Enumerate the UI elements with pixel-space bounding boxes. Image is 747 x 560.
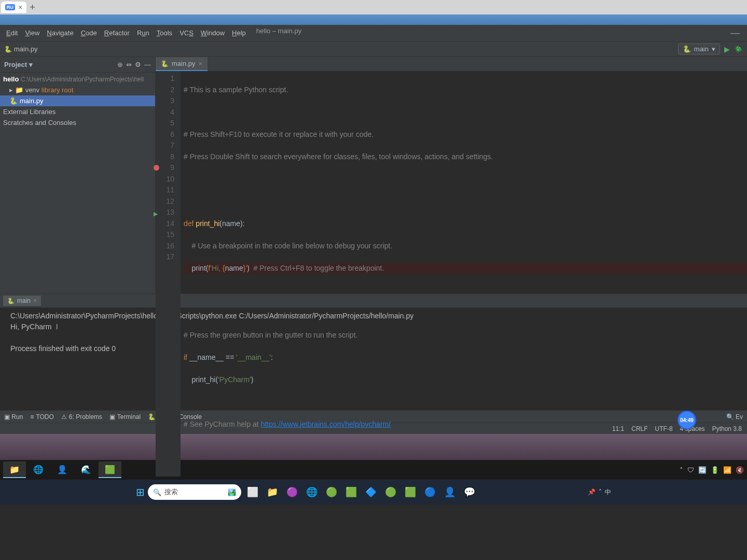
taskbar-explorer[interactable]: 📁 xyxy=(264,484,281,500)
debug-button[interactable]: 🪲 xyxy=(734,45,743,53)
run-gutter-icon[interactable]: ▶ xyxy=(154,208,158,220)
browser-tab[interactable]: RU × xyxy=(1,2,26,13)
taskbar-taskview[interactable]: ⬜ xyxy=(244,484,261,500)
taskbar-app-4[interactable]: 🟢 xyxy=(382,484,399,500)
run-button[interactable]: ▶ xyxy=(724,45,730,53)
status-caret-pos[interactable]: 11:1 xyxy=(612,425,624,432)
tree-venv[interactable]: ▸ 📁 venv library root xyxy=(0,85,155,95)
editor-pane: 🐍 main.py × 1234 5678 9 101112 13▶ 14151… xyxy=(156,57,747,293)
taskbar-pycharm[interactable]: 🟩 xyxy=(343,484,359,500)
python-file-icon: 🐍 xyxy=(4,46,12,53)
new-tab-button[interactable]: + xyxy=(30,2,35,13)
tray-chevron-icon[interactable]: ˄ xyxy=(680,466,683,474)
tray-up-icon[interactable]: ˄ xyxy=(599,488,602,496)
tab-problems[interactable]: ⚠ 6: Problems xyxy=(61,413,102,421)
python-file-icon: 🐍 xyxy=(9,97,18,105)
project-sidebar: Project ▾ ⊕ ⇔ ⚙ — hello C:\Users\Adminis… xyxy=(0,57,156,293)
breakpoint-icon[interactable] xyxy=(154,165,159,171)
taskbar-app-5[interactable]: 🟩 xyxy=(402,484,419,500)
tray-wifi-icon[interactable]: 📶 xyxy=(723,466,731,474)
tray-battery-icon[interactable]: 🔋 xyxy=(711,466,719,474)
event-log-button[interactable]: 🔍 Ev xyxy=(726,413,743,421)
tab-run[interactable]: ▣ Run xyxy=(4,413,23,421)
taskbar-app-6[interactable]: 🔵 xyxy=(422,484,438,500)
taskbar-chrome[interactable]: 🌐 xyxy=(303,484,320,500)
editor-tab-main[interactable]: 🐍 main.py × xyxy=(156,57,208,71)
recording-timer-badge: 04:49 xyxy=(677,411,696,429)
menu-edit[interactable]: Edit xyxy=(3,27,21,39)
search-placeholder: 搜索 xyxy=(164,487,178,497)
main-area: Project ▾ ⊕ ⇔ ⚙ — hello C:\Users\Adminis… xyxy=(0,57,747,293)
menu-code[interactable]: Code xyxy=(78,27,100,39)
search-box[interactable]: 🔍 搜索 🏞️ xyxy=(148,484,241,500)
tree-external-libs[interactable]: External Libraries xyxy=(0,106,155,117)
breadcrumb-file: main.py xyxy=(14,45,38,53)
start-button[interactable]: ⊞ xyxy=(136,486,145,498)
collapse-icon[interactable]: ⇔ xyxy=(126,61,132,68)
tab-favicon: RU xyxy=(5,4,15,10)
tray-pin-icon[interactable]: 📌 xyxy=(588,488,596,496)
tree-main-py[interactable]: 🐍 main.py xyxy=(0,95,155,106)
menu-view[interactable]: View xyxy=(22,27,43,39)
tab-terminal[interactable]: ▣ Terminal xyxy=(109,413,141,421)
tray-sync-icon[interactable]: 🔄 xyxy=(698,466,707,474)
taskbar-app-2[interactable]: 🟢 xyxy=(323,484,340,500)
editor-tab-bar: 🐍 main.py × xyxy=(156,57,747,71)
chevron-down-icon: ▾ xyxy=(712,45,715,53)
taskbar-app-chrome[interactable]: 🌐 xyxy=(27,461,50,478)
settings-icon[interactable]: ⚙ xyxy=(135,61,141,68)
search-icon: 🔍 xyxy=(153,488,161,496)
code-editor[interactable]: 1234 5678 9 101112 13▶ 14151617 # This i… xyxy=(156,71,747,477)
code-area[interactable]: # This is a sample Python script. # Pres… xyxy=(181,71,747,477)
status-encoding[interactable]: UTF-8 xyxy=(655,425,673,432)
minimize-button[interactable]: — xyxy=(726,27,744,38)
venv-label: venv xyxy=(25,86,39,94)
taskbar-app-pycharm[interactable]: 🟩 xyxy=(99,461,121,478)
text-cursor-icon: I xyxy=(56,323,58,331)
status-line-ending[interactable]: CRLF xyxy=(631,425,647,432)
taskbar-app-3[interactable]: 🔷 xyxy=(363,484,379,500)
search-decoration-icon: 🏞️ xyxy=(228,488,236,496)
ide-menubar: Edit View Navigate Code Refactor Run Too… xyxy=(0,25,747,41)
status-interpreter[interactable]: Python 3.8 xyxy=(712,425,742,432)
close-icon[interactable]: × xyxy=(199,60,203,67)
tab-label: main.py xyxy=(172,60,196,67)
close-icon[interactable]: × xyxy=(33,297,37,304)
scratches-label: Scratches and Consoles xyxy=(3,119,76,127)
run-tab-main[interactable]: 🐍 main × xyxy=(3,296,41,306)
taskbar-app-avatar[interactable]: 👤 xyxy=(51,461,74,478)
tray-shield-icon[interactable]: 🛡 xyxy=(687,466,694,474)
menu-navigate[interactable]: Navigate xyxy=(44,27,76,39)
tray-lang[interactable]: 中 xyxy=(605,488,611,497)
tab-todo[interactable]: ≡ TODO xyxy=(30,413,53,421)
ide-toolbar: 🐍 main.py 🐍 main ▾ ▶ 🪲 xyxy=(0,41,747,57)
sidebar-header: Project ▾ ⊕ ⇔ ⚙ — xyxy=(0,57,155,73)
menu-run[interactable]: Run xyxy=(134,27,153,39)
taskbar-app-explorer[interactable]: 📁 xyxy=(3,461,26,478)
gutter[interactable]: 1234 5678 9 101112 13▶ 14151617 xyxy=(156,71,181,477)
close-icon[interactable]: × xyxy=(18,3,22,11)
tree-project-root[interactable]: hello C:\Users\Administrator\PycharmProj… xyxy=(0,74,155,85)
chevron-down-icon[interactable]: ▾ xyxy=(29,61,33,68)
taskbar-app-7[interactable]: 👤 xyxy=(441,484,458,500)
taskbar-app-1[interactable]: 🟣 xyxy=(284,484,300,500)
taskbar-app-edge[interactable]: 🌊 xyxy=(75,461,98,478)
locate-icon[interactable]: ⊕ xyxy=(117,61,123,68)
tray-volume-icon[interactable]: 🔇 xyxy=(736,466,744,474)
window-title: hello – main.py xyxy=(256,27,301,39)
run-config-selector[interactable]: 🐍 main ▾ xyxy=(678,44,720,54)
menu-vcs[interactable]: VCS xyxy=(176,27,197,39)
hide-icon[interactable]: — xyxy=(144,61,151,68)
tree-scratches[interactable]: Scratches and Consoles xyxy=(0,117,155,128)
taskbar-wechat[interactable]: 💬 xyxy=(461,484,478,500)
python-icon: 🐍 xyxy=(7,298,15,304)
menu-window[interactable]: Window xyxy=(198,27,228,39)
menu-tools[interactable]: Tools xyxy=(154,27,175,39)
run-config-name: main xyxy=(694,45,709,53)
external-label: External Libraries xyxy=(3,108,56,116)
breadcrumb[interactable]: 🐍 main.py xyxy=(4,45,38,53)
menu-refactor[interactable]: Refactor xyxy=(101,27,133,39)
run-tab-label: main xyxy=(17,297,31,304)
menu-help[interactable]: Help xyxy=(229,27,249,39)
project-name: hello xyxy=(3,75,19,83)
